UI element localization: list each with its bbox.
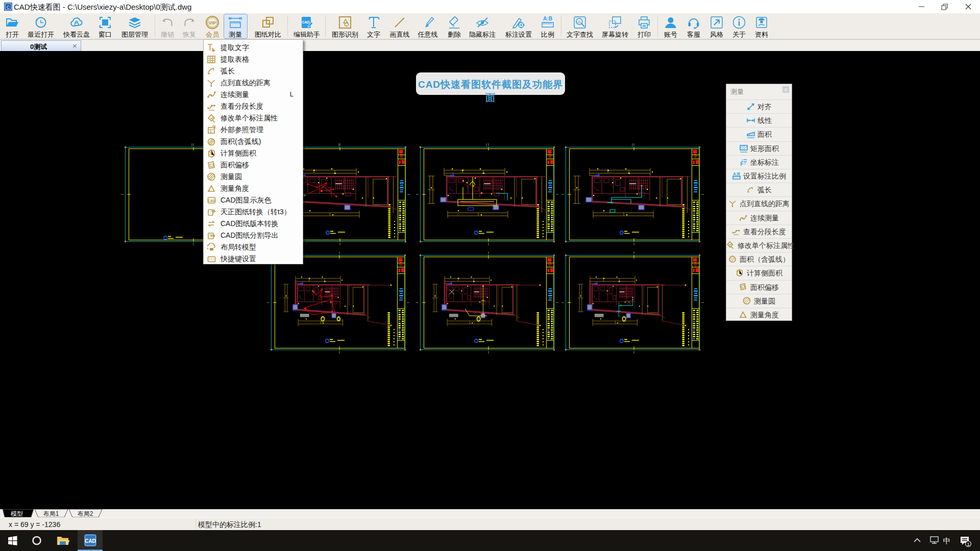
svg-text:模型: 模型 — [11, 510, 23, 517]
svg-text:C: C — [7, 5, 10, 10]
svg-text:布局2: 布局2 — [78, 510, 93, 517]
svg-text:y: y — [744, 162, 746, 165]
svg-text:CAD: CAD — [85, 538, 96, 544]
svg-text:1: 1 — [967, 542, 969, 547]
svg-text:A: A — [578, 19, 581, 24]
svg-text:中: 中 — [943, 536, 951, 545]
svg-text:VIP: VIP — [209, 20, 216, 26]
svg-text:x: x — [742, 158, 743, 161]
svg-text:CAD: CAD — [208, 199, 215, 203]
svg-text:布局1: 布局1 — [43, 510, 59, 517]
svg-text:A:B: A:B — [543, 16, 552, 21]
svg-text:A:B: A:B — [733, 171, 740, 176]
svg-text:CAD: CAD — [302, 20, 309, 24]
